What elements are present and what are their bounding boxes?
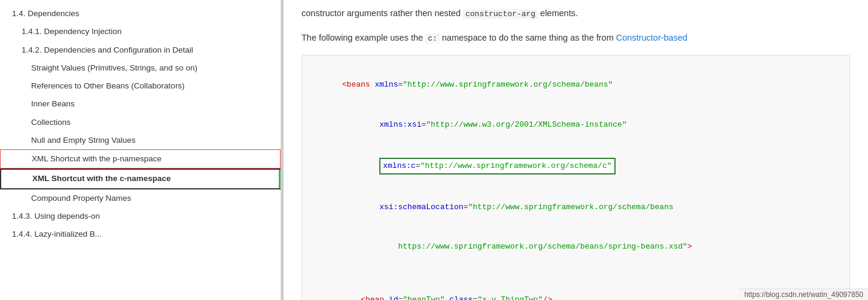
sidebar: 1.4. Dependencies 1.4.1. Dependency Inje… xyxy=(0,0,281,300)
intro-code: constructor-arg xyxy=(463,9,538,19)
sidebar-item-143-depends[interactable]: 1.4.3. Using depends-on xyxy=(0,207,281,225)
sidebar-item-straight-values[interactable]: Straight Values (Primitives, Strings, an… xyxy=(0,59,281,77)
code-line-2: xmlns:xsi="http://www.w3.org/2001/XMLSch… xyxy=(314,105,837,144)
sidebar-item-14-deps[interactable]: 1.4. Dependencies xyxy=(0,5,281,23)
sidebar-item-141-di[interactable]: 1.4.1. Dependency Injection xyxy=(0,23,281,41)
xmlns-c-highlight: xmlns:c="http://www.springframework.org/… xyxy=(379,158,615,175)
sidebar-item-inner-beans[interactable]: Inner Beans xyxy=(0,95,281,113)
example-middle: namespace to do the same thing as the fr… xyxy=(442,33,614,42)
example-code: c: xyxy=(425,33,440,44)
sidebar-item-142-deps-config[interactable]: 1.4.2. Dependencies and Configuration in… xyxy=(0,41,281,59)
example-paragraph: The following example uses the c: namesp… xyxy=(301,30,850,45)
code-line-5: https://www.springframework.org/schema/b… xyxy=(314,227,837,267)
sidebar-item-c-namespace[interactable]: XML Shortcut with the c-namespace xyxy=(0,169,281,189)
intro-text: constructor arguments rather then nested xyxy=(301,8,461,18)
main-content: constructor arguments rather then nested… xyxy=(284,0,868,300)
sidebar-item-p-namespace[interactable]: XML Shortcut with the p-namespace xyxy=(0,149,281,169)
code-line-3: xmlns:c="http://www.springframework.org/… xyxy=(314,145,837,188)
code-line-blank1 xyxy=(314,267,837,280)
constructor-based-link[interactable]: Constructor-based xyxy=(616,33,687,42)
code-line-4: xsi:schemaLocation="http://www.springfra… xyxy=(314,188,837,227)
code-block: <beans xmlns="http://www.springframework… xyxy=(301,55,850,300)
intro-paragraph: constructor arguments rather then nested… xyxy=(301,6,850,21)
sidebar-item-compound[interactable]: Compound Property Names xyxy=(0,189,281,207)
status-url: https://blog.csdn.net/watin_49097850 xyxy=(744,290,863,299)
example-prefix: The following example uses the xyxy=(301,33,423,42)
sidebar-item-references[interactable]: References to Other Beans (Collaborators… xyxy=(0,77,281,95)
sidebar-item-144-lazy[interactable]: 1.4.4. Lazy-initialized B... xyxy=(0,225,281,243)
sidebar-item-collections[interactable]: Collections xyxy=(0,114,281,131)
sidebar-item-null-empty[interactable]: Null and Empty String Values xyxy=(0,131,281,149)
code-line-1: <beans xmlns="http://www.springframework… xyxy=(314,65,837,105)
intro-suffix: elements. xyxy=(540,8,578,18)
status-bar: https://blog.csdn.net/watin_49097850 xyxy=(739,289,868,300)
